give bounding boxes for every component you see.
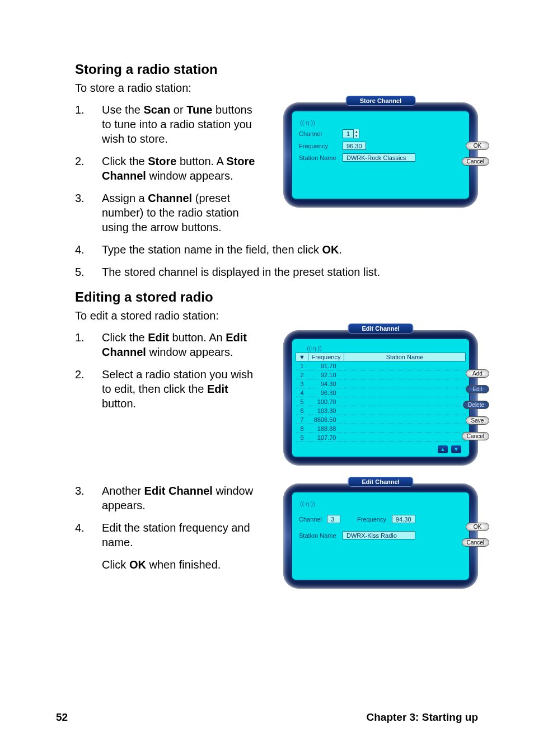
frequency-label: Frequency — [299, 143, 343, 149]
step-num: 2. — [75, 367, 102, 411]
cell-ch: 4 — [296, 388, 308, 397]
step-text: Use the Scan or Tune buttons to tune int… — [102, 102, 260, 146]
save-button[interactable]: Save — [466, 416, 489, 425]
cell-freq: 100.70 — [308, 397, 344, 406]
radio-icon: ((·η·)) — [307, 345, 466, 351]
cell-name — [344, 370, 466, 379]
step-num: 2. — [75, 154, 102, 183]
step-extra: Click OK when finished. — [102, 557, 260, 572]
station-name-input[interactable]: DWRK-Rock Classics — [343, 153, 415, 162]
station-name-input[interactable]: DWRX-Kiss Radio — [343, 531, 415, 539]
cell-name — [344, 424, 466, 433]
table-row[interactable]: 292.10 — [296, 370, 466, 379]
col-sort[interactable]: ▼ — [296, 353, 308, 361]
ok-button[interactable]: OK — [466, 523, 489, 531]
step-num: 4. — [75, 242, 102, 257]
cancel-button[interactable]: Cancel — [462, 157, 489, 166]
step-num: 3. — [75, 483, 102, 513]
edit-channel-single-panel: Edit Channel ((·η·)) Channel 3 Frequency… — [283, 483, 478, 589]
frequency-label: Frequency — [357, 516, 392, 523]
cell-name — [344, 415, 466, 424]
steps-storing-full: 4. Type the station name in the field, t… — [75, 242, 478, 279]
channel-value: 1 — [343, 130, 353, 137]
cell-ch: 8 — [296, 424, 308, 433]
step-text: Assign a Channel (preset number) to the … — [102, 191, 260, 234]
cell-name — [344, 388, 466, 397]
cell-freq: 188.88 — [308, 424, 344, 433]
cell-ch: 1 — [296, 361, 308, 370]
step-num: 1. — [75, 330, 102, 359]
channel-value: 3 — [327, 515, 340, 523]
store-channel-panel: Store Channel ((·η·)) Channel 1 ▴▾ Frequ… — [283, 102, 478, 208]
cell-freq: 92.10 — [308, 370, 344, 379]
steps-editing-left2: 3. Another Edit Channel window appears. … — [75, 483, 260, 572]
cell-freq: 103.30 — [308, 406, 344, 415]
step-text: The stored channel is displayed in the p… — [102, 265, 478, 279]
edit-list-title: Edit Channel — [348, 323, 413, 334]
store-title: Store Channel — [346, 96, 416, 106]
cell-name — [344, 397, 466, 406]
cell-ch: 5 — [296, 397, 308, 406]
table-row[interactable]: 8188.88 — [296, 424, 466, 433]
add-button[interactable]: Add — [466, 369, 489, 378]
scroll-up-icon[interactable]: ▲ — [438, 445, 448, 453]
channel-spinner[interactable]: 1 ▴▾ — [343, 129, 359, 138]
col-station-name[interactable]: Station Name — [344, 353, 466, 361]
spin-down-icon[interactable]: ▾ — [353, 134, 359, 138]
table-row[interactable]: 394.30 — [296, 379, 466, 388]
radio-icon: ((·η·)) — [300, 119, 465, 126]
station-name-label: Station Name — [299, 532, 343, 539]
cell-name — [344, 379, 466, 388]
cell-freq: 94.30 — [308, 379, 344, 388]
edit-single-title: Edit Channel — [348, 477, 413, 487]
step-text: Click the Edit button. An Edit Channel w… — [102, 330, 260, 359]
heading-editing: Editing a stored radio — [75, 289, 478, 305]
cell-ch: 3 — [296, 379, 308, 388]
cell-name — [344, 406, 466, 415]
spin-up-icon[interactable]: ▴ — [353, 129, 359, 134]
cancel-button[interactable]: Cancel — [462, 538, 489, 547]
cell-ch: 7 — [296, 415, 308, 424]
edit-button[interactable]: Edit — [466, 385, 489, 393]
delete-button[interactable]: Delete — [463, 401, 489, 409]
step-text: Click the Store button. A Store Channel … — [102, 154, 260, 183]
intro-storing: To store a radio station: — [75, 82, 478, 95]
step-text: Type the station name in the field, then… — [102, 242, 478, 257]
edit-channel-list-panel: Edit Channel ((·η·)) ▼ Frequency Station… — [283, 330, 478, 466]
table-row[interactable]: 6103.30 — [296, 406, 466, 415]
table-row[interactable]: 9107.70 — [296, 433, 466, 442]
steps-storing-left: 1. Use the Scan or Tune buttons to tune … — [75, 102, 260, 234]
step-text: Edit the station frequency and name. — [102, 520, 260, 550]
step-num: 4. — [75, 520, 102, 550]
frequency-value: 96.30 — [343, 142, 366, 150]
cell-name — [344, 361, 466, 370]
frequency-input[interactable]: 94.30 — [392, 515, 415, 523]
page-number: 52 — [56, 711, 68, 724]
cell-freq: 107.70 — [308, 433, 344, 442]
radio-icon: ((·η·)) — [300, 500, 465, 507]
cell-freq: 96.30 — [308, 388, 344, 397]
step-text: Select a radio station you wish to edit,… — [102, 367, 260, 411]
step-num: 1. — [75, 102, 102, 146]
table-row[interactable]: 78806.50 — [296, 415, 466, 424]
ok-button[interactable]: OK — [466, 142, 489, 150]
cancel-button[interactable]: Cancel — [462, 432, 489, 440]
table-row[interactable]: 191.70 — [296, 361, 466, 370]
step-num: 3. — [75, 191, 102, 234]
scroll-down-icon[interactable]: ▼ — [451, 445, 461, 453]
cell-ch: 9 — [296, 433, 308, 442]
col-frequency[interactable]: Frequency — [308, 353, 344, 361]
cell-name — [344, 433, 466, 442]
table-row[interactable]: 496.30 — [296, 388, 466, 397]
cell-ch: 6 — [296, 406, 308, 415]
steps-editing-left: 1. Click the Edit button. An Edit Channe… — [75, 330, 260, 411]
step-num: 5. — [75, 265, 102, 279]
heading-storing: Storing a radio station — [75, 62, 478, 77]
table-row[interactable]: 5100.70 — [296, 397, 466, 406]
chapter-label: Chapter 3: Starting up — [366, 711, 478, 724]
cell-freq: 8806.50 — [308, 415, 344, 424]
station-name-label: Station Name — [299, 154, 343, 161]
intro-editing: To edit a stored radio station: — [75, 309, 478, 322]
channel-table[interactable]: ▼ Frequency Station Name 191.70292.10394… — [296, 353, 466, 442]
channel-label: Channel — [299, 130, 343, 137]
